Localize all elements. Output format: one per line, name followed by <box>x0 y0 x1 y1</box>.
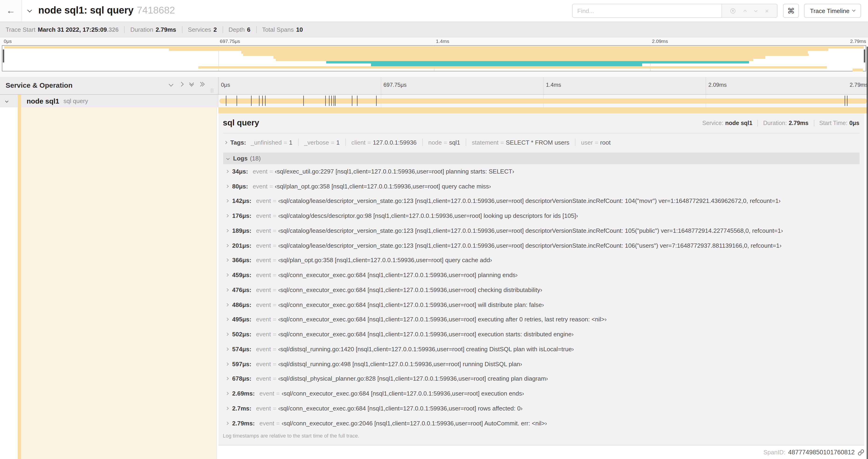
tag-item: user=root <box>581 139 611 146</box>
tag-separator <box>298 138 299 146</box>
stat-value: 2 <box>214 26 217 33</box>
log-timestamp: 678μs: <box>232 375 251 382</box>
log-timestamp: 476μs: <box>232 286 251 293</box>
view-selector-label: Trace Timeline <box>810 7 849 14</box>
ruler-tick-label: 0μs <box>218 81 230 88</box>
log-row[interactable]: 2.79ms:event=‹sql/conn_executor_exec.go:… <box>223 416 859 431</box>
minimap-span-bar <box>169 48 829 51</box>
log-field-key: event <box>256 227 271 234</box>
log-field-value: ‹sql/distsql_running.go:1420 [nsql1,clie… <box>278 346 574 353</box>
log-field-equals: = <box>273 405 276 412</box>
log-row[interactable]: 459μs:event=‹sql/conn_executor_exec.go:6… <box>223 268 859 283</box>
log-row[interactable]: 189μs:event=‹sql/catalog/lease/descripto… <box>223 223 859 238</box>
log-event-tick <box>357 96 358 106</box>
meta-label: Duration: <box>763 120 787 126</box>
span-row[interactable]: node sql1 sql query <box>0 94 868 107</box>
collapse-trace-chevron-icon[interactable] <box>27 8 32 12</box>
minimap-ruler: 0μs697.75μs1.4ms2.09ms2.79ms <box>2 37 866 45</box>
tags-toggle-row[interactable]: Tags: _unfinished=1_verbose=1client=127.… <box>223 136 859 149</box>
log-event-tick <box>352 96 352 106</box>
log-row[interactable]: 2.7ms:event=‹sql/conn_executor_exec.go:6… <box>223 401 859 416</box>
log-row[interactable]: 142μs:event=‹sql/catalog/lease/descripto… <box>223 194 859 208</box>
log-field-value: ‹sql/catalog/lease/descriptor_version_st… <box>278 198 780 204</box>
log-field-key: event <box>256 286 271 293</box>
log-row[interactable]: 597μs:event=‹sql/distsql_running.go:498 … <box>223 357 859 371</box>
log-row-chevron-icon <box>225 259 228 262</box>
log-field-key: event <box>253 183 268 190</box>
meta-separator <box>757 120 758 126</box>
service-color-stripe <box>18 107 21 459</box>
prev-match-icon[interactable] <box>743 10 746 13</box>
span-row-left[interactable]: node sql1 sql query <box>0 94 218 107</box>
log-row-chevron-icon <box>225 407 228 410</box>
span-id-label: SpanID: <box>764 449 785 456</box>
log-row[interactable]: 574μs:event=‹sql/distsql_running.go:1420… <box>223 342 859 357</box>
minimap-span-bar <box>4 46 864 48</box>
copy-link-icon[interactable] <box>858 449 864 456</box>
tag-value: SELECT * FROM users <box>506 139 569 146</box>
minimap-right-drag-handle[interactable] <box>864 50 865 63</box>
logs-chevron-icon <box>226 157 229 160</box>
back-button[interactable]: ← <box>0 0 22 22</box>
view-selector-button[interactable]: Trace Timeline <box>804 4 861 18</box>
minimap-left-drag-handle[interactable] <box>3 50 4 63</box>
log-field-key: event <box>256 346 271 353</box>
span-collapse-chevron-icon[interactable] <box>5 99 8 102</box>
log-row[interactable]: 34μs:event=‹sql/exec_util.go:2297 [nsql1… <box>223 164 859 179</box>
log-field-key: event <box>259 390 274 397</box>
log-row-chevron-icon <box>225 303 228 306</box>
log-field-equals: = <box>273 198 276 204</box>
keyboard-shortcuts-button[interactable]: ⌘ <box>783 4 799 18</box>
chevron-down-icon <box>852 8 856 12</box>
tag-value: 127.0.0.1:59936 <box>373 139 417 146</box>
log-row[interactable]: 2.69ms:event=‹sql/conn_executor_exec.go:… <box>223 386 859 401</box>
stat-item: Depth6 <box>228 26 250 33</box>
log-row[interactable]: 176μs:event=‹sql/catalog/descs/descripto… <box>223 208 859 223</box>
column-resize-grip[interactable]: || <box>211 88 214 93</box>
focus-match-icon[interactable] <box>730 8 736 13</box>
meta-separator <box>814 120 814 126</box>
stat-label: Depth <box>228 26 245 33</box>
ruler-tick-label: 1.4ms <box>434 38 449 44</box>
ruler-tick-label: 2.79ms <box>850 38 866 44</box>
log-field-key: event <box>256 271 271 278</box>
log-field-equals: = <box>273 375 276 382</box>
expand-all-icon[interactable] <box>200 83 204 86</box>
span-duration-bar[interactable] <box>219 98 867 103</box>
stat-separator <box>222 26 223 33</box>
log-row[interactable]: 80μs:event=‹sql/plan_opt.go:358 [nsql1,c… <box>223 179 859 194</box>
collapse-one-icon[interactable] <box>168 82 173 87</box>
window-scrollbar[interactable] <box>866 47 868 459</box>
minimap-span-bar <box>198 66 827 69</box>
log-row[interactable]: 476μs:event=‹sql/conn_executor_exec.go:6… <box>223 283 859 297</box>
log-timestamp: 486μs: <box>232 301 251 308</box>
minimap-span-bar <box>276 59 753 61</box>
ruler-tick-label: 2.09ms <box>706 81 727 88</box>
log-field-value: ‹sql/conn_executor_exec.go:684 [nsql1,cl… <box>278 286 542 293</box>
tag-equals: = <box>283 139 287 146</box>
expanded-row-left-cell <box>21 107 217 459</box>
log-field-value: ‹sql/catalog/descs/descriptor.go:98 [nsq… <box>278 212 578 219</box>
log-row[interactable]: 486μs:event=‹sql/conn_executor_exec.go:6… <box>223 297 859 312</box>
minimap-canvas[interactable] <box>2 45 866 71</box>
log-row[interactable]: 366μs:event=‹sql/plan_opt.go:358 [nsql1,… <box>223 253 859 268</box>
log-row[interactable]: 495μs:event=‹sql/conn_executor_exec.go:6… <box>223 312 859 327</box>
logs-footer-note: Log timestamps are relative to the start… <box>223 433 859 438</box>
logs-section: Logs (18) 34μs:event=‹sql/exec_util.go:2… <box>223 152 859 438</box>
log-event-tick <box>331 96 332 106</box>
log-row[interactable]: 201μs:event=‹sql/catalog/lease/descripto… <box>223 238 859 253</box>
ruler-tick-label: 697.75μs <box>380 81 406 88</box>
span-row-timeline[interactable] <box>218 94 868 107</box>
tag-value: root <box>600 139 611 146</box>
clear-search-icon[interactable]: × <box>765 8 769 14</box>
find-controls: × <box>721 4 777 17</box>
expand-one-icon[interactable] <box>179 82 183 87</box>
log-row[interactable]: 678μs:event=‹sql/distsql_physical_planne… <box>223 371 859 386</box>
find-input[interactable] <box>572 4 721 17</box>
collapse-all-icon[interactable] <box>190 83 193 86</box>
log-field-value: ‹sql/conn_executor_exec.go:684 [nsql1,cl… <box>278 301 544 308</box>
next-match-icon[interactable] <box>754 9 757 12</box>
log-row[interactable]: 502μs:event=‹sql/conn_executor_exec.go:6… <box>223 327 859 342</box>
tag-value: 1 <box>289 139 292 146</box>
logs-toggle-header[interactable]: Logs (18) <box>223 152 859 164</box>
